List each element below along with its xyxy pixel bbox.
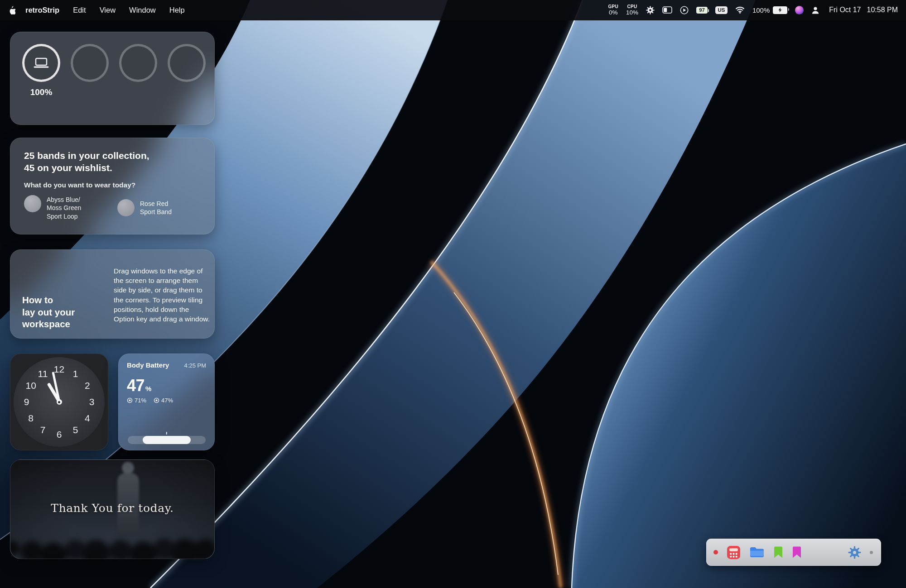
play-menu-icon[interactable] xyxy=(680,6,689,14)
menu-bar: retroStrip Edit View Window Help GPU 0% … xyxy=(0,0,906,20)
clock-number: 10 xyxy=(25,380,36,391)
band-swatch-icon xyxy=(117,199,135,216)
app-sphere-icon[interactable] xyxy=(795,6,804,14)
clock-number: 4 xyxy=(85,413,90,424)
battery-ring-empty-3 xyxy=(168,44,206,82)
strip-handle-dot[interactable] xyxy=(870,551,873,554)
battery-app-badge[interactable]: 97 xyxy=(696,7,708,14)
body-battery-stat-1: 71% xyxy=(127,397,146,404)
clock-date-time[interactable]: Fri Oct 17 10:58 PM xyxy=(829,6,898,14)
window-tiling-icon[interactable] xyxy=(662,6,672,14)
menu-window[interactable]: Window xyxy=(129,6,156,14)
body-battery-unit: % xyxy=(145,385,151,392)
photo-caption: Thank You for today. xyxy=(10,502,214,515)
bands-question: What do you want to wear today? xyxy=(24,181,201,189)
clock-face: 123456789101112 xyxy=(14,357,105,447)
band-option-2[interactable]: Rose Red Sport Band xyxy=(117,195,172,220)
battery-icon xyxy=(773,6,787,14)
apple-menu-icon[interactable] xyxy=(8,6,15,14)
band-swatch-icon xyxy=(24,195,41,212)
tips-title: How to lay out your workspace xyxy=(22,294,91,330)
widget-body-battery[interactable]: Body Battery 4:25 PM 47% 71% 47% xyxy=(118,354,215,450)
menu-date: Fri Oct 17 xyxy=(829,6,861,14)
clock-number: 12 xyxy=(54,364,64,375)
battery-ring-mac xyxy=(22,44,60,82)
bands-title: 25 bands in your collection, 45 on your … xyxy=(24,150,201,174)
body-battery-value: 47 xyxy=(127,376,145,395)
gpu-meter[interactable]: GPU 0% xyxy=(608,5,619,16)
clock-number: 9 xyxy=(24,397,29,407)
body-battery-slider[interactable] xyxy=(128,436,206,444)
clock-number: 6 xyxy=(57,429,62,440)
clock-number: 2 xyxy=(85,380,90,391)
widget-analog-clock[interactable]: 123456789101112 xyxy=(10,354,108,450)
retrostrip-dock xyxy=(706,539,881,566)
settings-gear-icon[interactable] xyxy=(848,546,861,559)
slider-tick xyxy=(166,432,167,435)
laptop-icon xyxy=(33,57,50,69)
clock-number: 3 xyxy=(89,397,95,407)
menu-time: 10:58 PM xyxy=(867,6,898,14)
menu-help[interactable]: Help xyxy=(169,6,185,14)
charging-bolt-icon xyxy=(778,8,782,13)
clock-number: 8 xyxy=(28,413,34,424)
widget-band-collection[interactable]: 25 bands in your collection, 45 on your … xyxy=(10,138,215,234)
widget-batteries[interactable]: 100% xyxy=(10,32,215,125)
body-battery-timestamp: 4:25 PM xyxy=(184,362,206,369)
widget-photo[interactable]: Thank You for today. xyxy=(10,459,215,559)
stat-dot-icon xyxy=(154,397,159,403)
calculator-icon[interactable] xyxy=(727,545,741,559)
slider-thumb[interactable] xyxy=(143,436,191,444)
wifi-icon[interactable] xyxy=(735,6,745,14)
body-battery-stat-2: 47% xyxy=(154,397,173,404)
bookmark-green-icon[interactable] xyxy=(773,546,783,559)
battery-ring-empty-2 xyxy=(119,44,157,82)
clock-number: 1 xyxy=(73,368,78,379)
gear-menu-icon[interactable] xyxy=(646,6,655,14)
keyboard-layout-badge[interactable]: US xyxy=(715,6,728,14)
body-battery-title: Body Battery xyxy=(127,361,169,369)
record-dot-icon[interactable] xyxy=(713,550,718,555)
battery-ring-empty-1 xyxy=(71,44,109,82)
menu-edit[interactable]: Edit xyxy=(73,6,86,14)
folder-icon[interactable] xyxy=(749,546,765,559)
user-icon[interactable] xyxy=(811,6,819,14)
tips-body: Drag windows to the edge of the screen t… xyxy=(114,266,210,324)
clock-center-cap xyxy=(57,399,62,405)
battery-status[interactable]: 100% xyxy=(752,6,787,14)
menu-view[interactable]: View xyxy=(100,6,116,14)
active-app-name[interactable]: retroStrip xyxy=(25,6,59,14)
clock-number: 7 xyxy=(40,425,46,435)
stat-dot-icon xyxy=(127,397,133,403)
clock-number: 11 xyxy=(38,368,48,379)
cpu-meter[interactable]: CPU 10% xyxy=(626,5,638,16)
band-option-1[interactable]: Abyss Blue/ Moss Green Sport Loop xyxy=(24,195,106,220)
bookmark-magenta-icon[interactable] xyxy=(792,546,802,559)
widget-tips[interactable]: How to lay out your workspace Drag windo… xyxy=(10,249,215,339)
battery-percent-label: 100% xyxy=(22,87,60,97)
clock-number: 5 xyxy=(73,425,78,435)
